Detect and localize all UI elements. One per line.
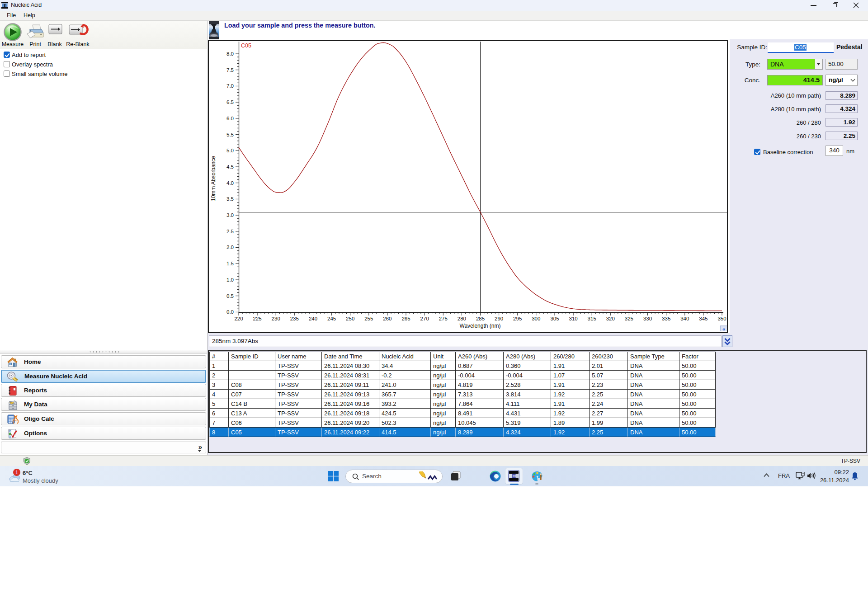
svg-text:280: 280 <box>458 316 466 321</box>
svg-text:«: « <box>722 326 725 331</box>
svg-text:235: 235 <box>290 316 299 321</box>
svg-text:230: 230 <box>272 316 280 321</box>
svg-text:320: 320 <box>606 316 615 321</box>
svg-text:310: 310 <box>569 316 578 321</box>
svg-text:325: 325 <box>625 316 633 321</box>
svg-text:6.5: 6.5 <box>226 99 234 105</box>
svg-text:3.0: 3.0 <box>226 212 234 218</box>
svg-text:220: 220 <box>234 316 243 321</box>
svg-text:305: 305 <box>550 316 559 321</box>
svg-text:8.0: 8.0 <box>226 51 234 56</box>
svg-text:240: 240 <box>309 316 317 321</box>
svg-text:0.5: 0.5 <box>226 293 234 299</box>
svg-text:315: 315 <box>588 316 596 321</box>
svg-text:Wavelength (nm): Wavelength (nm) <box>460 323 501 329</box>
svg-text:4.0: 4.0 <box>226 180 234 186</box>
svg-text:7.5: 7.5 <box>226 67 234 73</box>
svg-text:245: 245 <box>327 316 336 321</box>
svg-text:7.0: 7.0 <box>226 83 234 89</box>
svg-text:10mm Absorbance: 10mm Absorbance <box>210 156 217 201</box>
svg-text:300: 300 <box>532 316 540 321</box>
svg-text:2.0: 2.0 <box>226 245 234 250</box>
svg-text:5.5: 5.5 <box>226 132 234 137</box>
svg-text:0.0: 0.0 <box>226 309 234 315</box>
svg-text:5.0: 5.0 <box>226 148 234 153</box>
svg-text:2.5: 2.5 <box>226 229 234 234</box>
svg-text:295: 295 <box>513 316 522 321</box>
svg-text:285: 285 <box>476 316 485 321</box>
svg-text:350: 350 <box>717 316 726 321</box>
svg-text:1.0: 1.0 <box>226 277 234 282</box>
svg-text:290: 290 <box>495 316 503 321</box>
svg-text:345: 345 <box>699 316 708 321</box>
svg-text:265: 265 <box>401 316 410 321</box>
svg-text:225: 225 <box>253 316 262 321</box>
svg-text:1.5: 1.5 <box>226 261 234 266</box>
svg-text:340: 340 <box>680 316 689 321</box>
svg-text:260: 260 <box>383 316 392 321</box>
svg-text:270: 270 <box>420 316 429 321</box>
svg-text:255: 255 <box>364 316 373 321</box>
svg-text:6.0: 6.0 <box>226 116 234 121</box>
svg-text:335: 335 <box>662 316 670 321</box>
svg-text:275: 275 <box>439 316 448 321</box>
svg-text:C05: C05 <box>241 42 251 49</box>
svg-text:330: 330 <box>643 316 652 321</box>
svg-text:4.5: 4.5 <box>226 164 234 169</box>
svg-text:250: 250 <box>346 316 354 321</box>
svg-text:3.5: 3.5 <box>226 196 234 202</box>
